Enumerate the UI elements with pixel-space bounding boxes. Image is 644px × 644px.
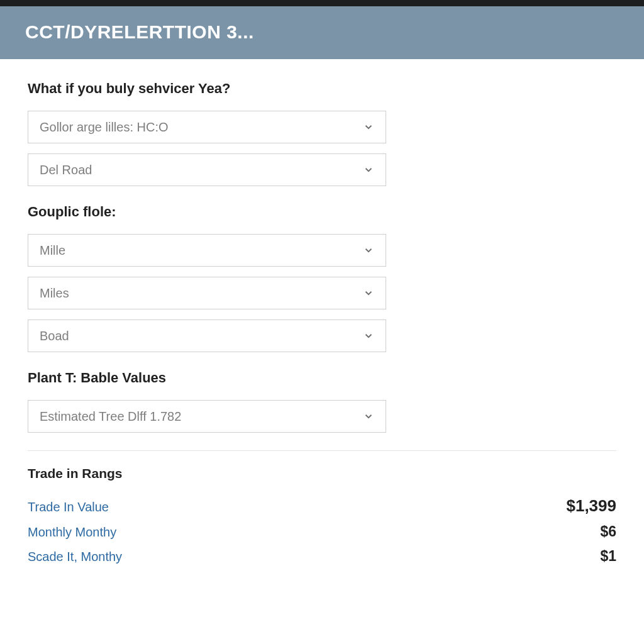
result-value: $1,399 (566, 496, 616, 516)
result-label-link[interactable]: Trade In Value (28, 500, 109, 514)
chevron-down-icon (363, 287, 374, 299)
select-value: Estimated Tree Dlff 1.782 (40, 409, 181, 424)
result-row-scade: Scade It, Monthy $1 (28, 544, 616, 569)
select-value: Miles (40, 286, 69, 301)
results-title: Trade in Rangs (28, 466, 616, 481)
result-label-link[interactable]: Monthly Monthy (28, 525, 116, 540)
select-servicer-2[interactable]: Del Road (28, 153, 386, 186)
select-flole-2[interactable]: Miles (28, 277, 386, 309)
select-bable-values[interactable]: Estimated Tree Dlff 1.782 (28, 400, 386, 433)
question-2-label: Gouplic flole: (28, 204, 616, 220)
chevron-down-icon (363, 121, 374, 133)
question-1-label: What if you buly sehvicer Yea? (28, 80, 616, 97)
form-content: What if you buly sehvicer Yea? Gollor ar… (0, 59, 644, 569)
chevron-down-icon (363, 164, 374, 175)
question-2-group: Mille Miles Boad (28, 234, 386, 352)
result-label-link[interactable]: Scade It, Monthy (28, 550, 122, 564)
page-title: CCT/DYRELERTTION 3... (25, 21, 619, 43)
select-servicer-1[interactable]: Gollor arge lilles: HC:O (28, 111, 386, 143)
result-value: $1 (600, 548, 616, 565)
section-divider (28, 450, 616, 451)
select-value: Mille (40, 243, 65, 258)
question-3-group: Estimated Tree Dlff 1.782 (28, 400, 386, 433)
chevron-down-icon (363, 411, 374, 422)
chevron-down-icon (363, 245, 374, 256)
select-value: Gollor arge lilles: HC:O (40, 120, 169, 135)
result-value: $6 (600, 523, 616, 540)
select-value: Boad (40, 329, 69, 343)
question-3-label: Plant T: Bable Values (28, 370, 616, 386)
select-flole-3[interactable]: Boad (28, 319, 386, 352)
select-value: Del Road (40, 163, 92, 177)
chevron-down-icon (363, 330, 374, 341)
result-row-trade-in-value: Trade In Value $1,399 (28, 492, 616, 519)
result-row-monthly: Monthly Monthy $6 (28, 519, 616, 544)
page-header: CCT/DYRELERTTION 3... (0, 6, 644, 59)
select-flole-1[interactable]: Mille (28, 234, 386, 267)
window-top-strip (0, 0, 644, 6)
question-1-group: Gollor arge lilles: HC:O Del Road (28, 111, 386, 186)
